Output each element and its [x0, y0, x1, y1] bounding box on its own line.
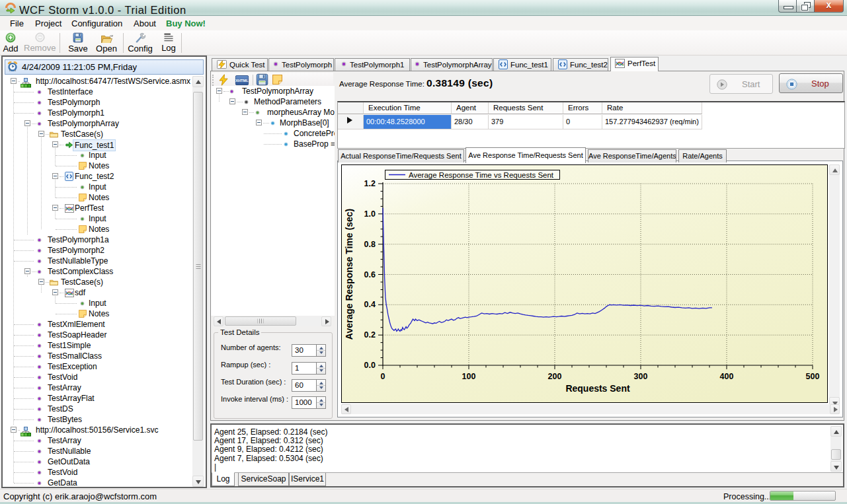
svg-text:0.6: 0.6 — [364, 270, 376, 279]
svg-text:0.0: 0.0 — [364, 361, 376, 370]
svg-text:1.0: 1.0 — [364, 209, 376, 219]
svg-text:Requests Sent: Requests Sent — [565, 383, 630, 394]
svg-text:0.8: 0.8 — [364, 240, 376, 249]
svg-text:0.4: 0.4 — [364, 300, 376, 309]
svg-text:400: 400 — [720, 372, 734, 381]
svg-text:0.2: 0.2 — [364, 330, 376, 340]
svg-text:Average Response Time vs Reque: Average Response Time vs Requests Sent — [409, 171, 554, 179]
svg-text:300: 300 — [634, 372, 648, 381]
svg-text:500: 500 — [806, 372, 820, 381]
svg-text:1.2: 1.2 — [364, 179, 376, 188]
svg-text:100: 100 — [462, 372, 476, 381]
svg-text:0: 0 — [381, 372, 385, 381]
svg-text:Average Response Time (sec): Average Response Time (sec) — [344, 209, 354, 340]
svg-text:200: 200 — [548, 372, 562, 381]
